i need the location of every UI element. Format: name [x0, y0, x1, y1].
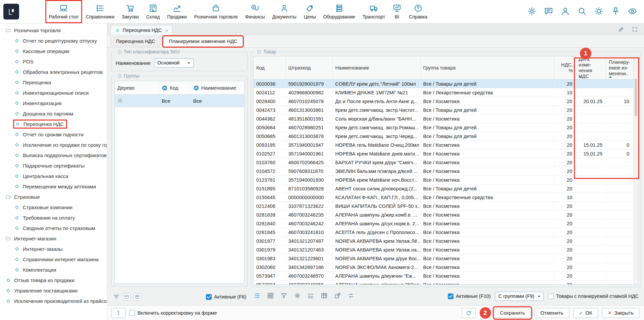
view-list-button[interactable] — [253, 291, 261, 301]
cancel-button[interactable]: Отменить — [535, 308, 569, 318]
sidebar-item[interactable]: Центральная касса — [0, 171, 107, 181]
edit-icon[interactable] — [618, 26, 624, 33]
nav-item-help[interactable]: Справка — [405, 0, 431, 23]
nav-item-sales[interactable]: Продажи — [163, 0, 190, 23]
sidebar-item[interactable]: Интернет-заказы — [0, 244, 107, 254]
product-row[interactable]: 00241124029668000982КЛИМЕН ДРАЖЕ 1МГ/2МГ… — [254, 88, 634, 97]
export-button[interactable] — [333, 291, 342, 301]
collapse-icon[interactable] — [257, 49, 262, 54]
nav-item-warehouse[interactable]: Склад — [143, 0, 164, 23]
nav-item-finance[interactable]: Финансы — [241, 0, 269, 23]
product-row[interactable]: 02818404607003246242АЛЕРАНА шампунь д/су… — [254, 219, 634, 228]
search-button[interactable] — [577, 6, 588, 18]
sidebar-item[interactable]: Отчет по рецептурному отпуску — [0, 36, 107, 46]
groups-tree-row[interactable]: ВсеВсе — [115, 95, 244, 107]
sidebar-item[interactable]: Розничная торговля — [0, 25, 107, 36]
view-grid-button[interactable] — [266, 291, 275, 301]
sidebar-item[interactable]: Интернет-магазин — [0, 233, 107, 244]
product-column-header[interactable]: НДС, % — [554, 56, 576, 80]
product-row[interactable]: 02124063337871323622ВИШИ КАПИТАЛЬ СОЛЕЙ … — [254, 202, 634, 211]
sidebar-item[interactable]: Обработка электронных рецептов — [0, 67, 107, 77]
sidebar-item[interactable]: Комплектации — [0, 265, 107, 275]
product-row[interactable]: 01556450000000000000КСАЛАТАН Ф-КАП., КАП… — [254, 193, 634, 202]
plus-icon[interactable] — [117, 98, 123, 103]
subtab[interactable]: Переоценка НДС — [111, 37, 160, 46]
product-row[interactable]: 01237813571940001930НОРЕВА крем Matidian… — [254, 176, 634, 184]
nav-item-desktop[interactable]: Рабочий стол — [45, 0, 82, 23]
sidebar-item[interactable]: Требования на оплату — [0, 213, 107, 223]
sidebar-item[interactable]: POS — [0, 56, 107, 67]
form-adjustment-checkbox[interactable]: Включить корректировку на форме — [129, 310, 217, 316]
pin-button[interactable] — [610, 6, 621, 18]
product-column-header[interactable]: Штрихкод — [285, 56, 332, 80]
filter-icon[interactable] — [113, 293, 120, 301]
nav-item-cart[interactable]: Закупки — [118, 0, 143, 23]
scrollbar-thumb[interactable] — [635, 79, 637, 116]
active-f10-checkbox[interactable]: Активные (F10) — [448, 293, 491, 299]
product-row[interactable]: 00506854601313003878Крем детс.смягчающ. … — [254, 132, 634, 141]
sidebar-item[interactable]: Подарочные сертификаты — [0, 161, 107, 171]
expand-all-button[interactable] — [134, 293, 141, 301]
document-tab[interactable]: Переоценка НДС × — [111, 25, 172, 35]
chat-button[interactable] — [543, 6, 554, 18]
sidebar-item[interactable]: Инвентаризация — [0, 98, 107, 108]
product-column-header[interactable]: Наименование — [332, 56, 420, 80]
sidebar-item[interactable]: Страховые — [0, 192, 107, 202]
product-row[interactable]: 01518958710103580928АВЕНТ соска силик.д/… — [254, 184, 634, 193]
groups-column-header[interactable]: Дерево — [115, 81, 159, 94]
product-row[interactable]: 05739844607003248055АЛЕРАНА шампунь д/ок… — [254, 280, 634, 285]
more-actions-button[interactable] — [111, 308, 125, 318]
product-row[interactable]: 00200365901928001979СОВЕЛУ крем детс."Ле… — [254, 80, 634, 88]
refresh-button[interactable] — [462, 308, 476, 318]
product-row[interactable]: 01025273571940001961НОРЕВА крем Matidian… — [254, 149, 634, 158]
sidebar-item[interactable]: Отчет по срокам годности — [0, 129, 107, 140]
product-row[interactable]: 00931953571940001947НОРЕВА гель Matidian… — [254, 141, 634, 149]
subtab[interactable]: Планируемое изменение НДС — [163, 37, 243, 46]
sortasc-icon[interactable] — [162, 85, 168, 91]
sidebar-item[interactable]: Исключение из продажи по сроку годности — [0, 140, 107, 150]
app-logo[interactable] — [3, 4, 19, 19]
product-row[interactable]: 03019833401321229601NOREVA АКВАРЕВА крем… — [254, 254, 634, 263]
check-list-button[interactable] — [307, 291, 315, 301]
columns-button[interactable] — [320, 291, 328, 301]
product-row[interactable]: 02818454607003241810АСЕПТА гель д/десен … — [254, 228, 634, 237]
sidebar-item[interactable]: Страховые компании — [0, 202, 107, 213]
nav-item-bi[interactable]: BI — [389, 0, 405, 23]
product-row[interactable]: 00506844607028980251Крем детс.смягчающ. … — [254, 123, 634, 132]
sidebar-item[interactable]: Отзыв товара из продажи — [0, 275, 107, 285]
nav-item-price[interactable]: Цены — [300, 0, 320, 23]
planned-vat-checkbox[interactable]: Товары с планируемой ставкой НДС — [548, 293, 639, 299]
theme-button[interactable] — [593, 6, 604, 18]
filter-button[interactable] — [280, 291, 288, 301]
sidebar-item[interactable]: Управление поставщиками — [0, 285, 107, 296]
product-row[interactable]: 00424734601313003861Крем детс.смягчающ. … — [254, 106, 634, 115]
product-row[interactable]: 02818394607003246235АЛЕРАНА шампунь д/жи… — [254, 211, 634, 219]
nav-item-documents[interactable]: Документы — [268, 0, 300, 23]
save-button[interactable]: Сохранить — [494, 308, 531, 318]
product-column-header[interactable]: Дата изме- нения НДС — [576, 56, 606, 80]
product-row[interactable]: 00284004607010245078До и После крем-гель… — [254, 97, 634, 106]
collapse-all-button[interactable] — [123, 293, 130, 301]
tab-close-icon[interactable]: × — [165, 28, 168, 33]
product-row[interactable]: 01045725907609311870ЭВЕЛИН бальзам п/заг… — [254, 167, 634, 176]
classifier-type-select[interactable]: Основной — [154, 58, 194, 67]
swap-button[interactable] — [347, 291, 355, 301]
eye-button[interactable] — [627, 6, 638, 18]
sidebar-item[interactable]: Справочники интернет магазина — [0, 254, 107, 265]
ok-button[interactable]: ✓ ОК — [573, 308, 598, 318]
product-row[interactable]: 00443624813518001591Соль морская д/бань/… — [254, 115, 634, 123]
sidebar-item[interactable]: Сводные отчеты по страховым — [0, 223, 107, 233]
groups-column-header[interactable]: Код — [159, 81, 191, 94]
vertical-scrollbar[interactable] — [634, 56, 638, 284]
collapse-icon[interactable] — [117, 49, 122, 54]
sidebar-item[interactable]: Инвентаризационные описи — [0, 88, 107, 98]
sidebar-item[interactable]: Перемещения между аптеками — [0, 181, 107, 192]
sidebar-item[interactable]: Переоценка — [0, 77, 107, 88]
sidebar-item[interactable]: Исключение производителей из прайсов — [0, 296, 107, 306]
active-f6-checkbox[interactable]: Активные (F6) — [206, 294, 246, 300]
settings-button[interactable] — [293, 291, 302, 301]
groups-mode-select[interactable]: С группами (F9) — [495, 292, 544, 301]
sidebar-item[interactable]: Дооценка по партиям — [0, 108, 107, 119]
collapse-icon[interactable] — [117, 74, 122, 79]
groups-column-header[interactable]: Наименование — [191, 81, 244, 94]
